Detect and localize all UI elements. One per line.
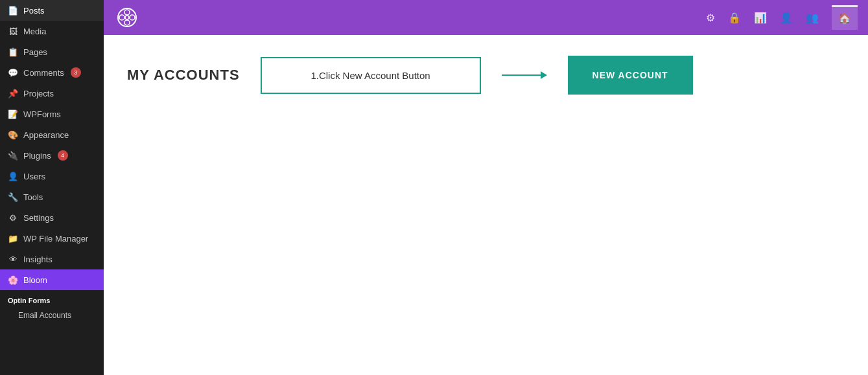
callout-box: 1.Click New Account Button — [261, 57, 481, 94]
svg-point-1 — [124, 10, 130, 15]
sidebar-item-label: Projects — [23, 89, 54, 98]
email-accounts-label: Email Accounts — [18, 311, 71, 320]
pages-icon: 📋 — [8, 47, 18, 57]
svg-point-0 — [118, 8, 136, 27]
sidebar-item-pages[interactable]: 📋 Pages — [0, 41, 104, 62]
sidebar-item-posts[interactable]: 📄 Posts — [0, 0, 104, 21]
topbar-settings-icon[interactable]: ⚙ — [706, 12, 715, 24]
arrow-connector — [502, 71, 547, 79]
optin-forms-label: Optin Forms — [0, 293, 104, 307]
sidebar-item-bloom[interactable]: 🌸 Bloom — [0, 269, 104, 290]
plugins-icon: 🔌 — [8, 150, 18, 161]
topbar-chart-icon[interactable]: 📊 — [754, 12, 767, 24]
svg-point-2 — [124, 20, 130, 25]
sidebar-item-insights[interactable]: 👁 Insights — [0, 249, 104, 269]
tools-icon: 🔧 — [8, 192, 18, 202]
bloom-icon: 🌸 — [8, 275, 18, 285]
sidebar-item-label: Appearance — [23, 130, 69, 140]
plugins-badge: 4 — [58, 150, 68, 161]
topbar: ⚙ 🔒 📊 👤 👥 🏠 — [104, 0, 868, 35]
sidebar-item-label: Users — [23, 172, 45, 181]
sidebar-item-label: WP File Manager — [23, 234, 88, 244]
main-area: ⚙ 🔒 📊 👤 👥 🏠 MY ACCOUNTS 1.Click New Acco… — [104, 0, 868, 375]
topbar-person-icon[interactable]: 👤 — [780, 12, 793, 24]
sidebar-sub-item-email-accounts[interactable]: Email Accounts — [0, 307, 104, 324]
topbar-people-icon[interactable]: 👥 — [806, 12, 819, 24]
sidebar-item-settings[interactable]: ⚙ Settings — [0, 207, 104, 228]
sidebar-item-label: Media — [23, 27, 46, 36]
wpforms-icon: 📝 — [8, 109, 18, 119]
users-icon: 👤 — [8, 171, 18, 181]
media-icon: 🖼 — [8, 26, 18, 36]
sidebar-item-plugins[interactable]: 🔌 Plugins 4 — [0, 145, 104, 166]
settings-icon: ⚙ — [8, 212, 18, 223]
wp-file-manager-icon: 📁 — [8, 233, 18, 244]
topbar-icons: ⚙ 🔒 📊 👤 👥 🏠 — [706, 5, 858, 30]
sidebar-item-media[interactable]: 🖼 Media — [0, 21, 104, 41]
arrow-line — [502, 74, 541, 76]
sidebar-item-projects[interactable]: 📌 Projects — [0, 83, 104, 104]
bloom-logo-icon — [115, 6, 139, 29]
topbar-home-icon[interactable]: 🏠 — [832, 5, 858, 30]
topbar-lock-icon[interactable]: 🔒 — [728, 12, 741, 24]
sidebar-item-label: WPForms — [23, 109, 61, 119]
sidebar-item-label: Insights — [23, 255, 53, 264]
svg-point-5 — [125, 16, 129, 19]
sidebar-item-label: Tools — [23, 192, 43, 202]
content-area: MY ACCOUNTS 1.Click New Account Button N… — [104, 35, 868, 375]
comments-badge: 3 — [71, 67, 81, 78]
sidebar-item-label: Posts — [23, 6, 45, 16]
sidebar: 📄 Posts 🖼 Media 📋 Pages 💬 Comments 3 📌 P… — [0, 0, 104, 375]
sidebar-item-wp-file-manager[interactable]: 📁 WP File Manager — [0, 228, 104, 249]
appearance-icon: 🎨 — [8, 130, 18, 140]
sidebar-item-comments[interactable]: 💬 Comments 3 — [0, 62, 104, 83]
sidebar-item-label: Settings — [23, 213, 54, 223]
posts-icon: 📄 — [8, 5, 18, 16]
page-header: MY ACCOUNTS 1.Click New Account Button N… — [127, 56, 845, 95]
projects-icon: 📌 — [8, 88, 18, 98]
arrow-head — [541, 71, 547, 79]
sidebar-item-label: Plugins — [23, 151, 51, 161]
sidebar-item-users[interactable]: 👤 Users — [0, 166, 104, 187]
comments-icon: 💬 — [8, 67, 18, 78]
topbar-logo — [114, 5, 140, 30]
sidebar-item-appearance[interactable]: 🎨 Appearance — [0, 124, 104, 145]
sidebar-item-wpforms[interactable]: 📝 WPForms — [0, 104, 104, 124]
optin-forms-section: Optin Forms Email Accounts — [0, 290, 104, 324]
insights-icon: 👁 — [8, 254, 18, 264]
svg-point-4 — [130, 15, 135, 20]
sidebar-item-tools[interactable]: 🔧 Tools — [0, 187, 104, 207]
sidebar-item-label: Bloom — [23, 275, 47, 285]
sidebar-item-label: Comments — [23, 68, 64, 78]
page-title: MY ACCOUNTS — [127, 67, 240, 84]
svg-point-3 — [119, 15, 124, 20]
new-account-button[interactable]: NEW ACCOUNT — [568, 56, 693, 95]
sidebar-item-label: Pages — [23, 47, 47, 57]
